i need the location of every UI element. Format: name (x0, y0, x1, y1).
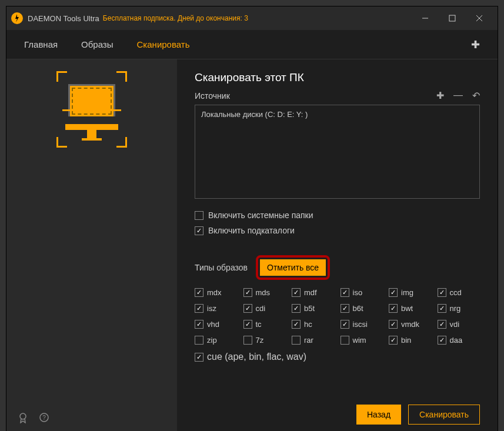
tab-scan[interactable]: Сканировать (137, 31, 190, 58)
checkbox-b5t[interactable] (292, 304, 301, 313)
type-vmdk: vmdk (389, 320, 432, 329)
type-mdx: mdx (195, 288, 238, 297)
source-row: Источник ✚ — ↶ (195, 90, 480, 101)
svg-text:?: ? (42, 415, 46, 421)
checkbox-cdi[interactable] (243, 304, 252, 313)
source-label: Источник (195, 91, 230, 101)
type-mdf: mdf (292, 288, 335, 297)
help-icon[interactable]: ? (39, 413, 49, 426)
checkbox-mdf[interactable] (292, 288, 301, 297)
app-logo-icon (11, 12, 23, 24)
checkbox-cue[interactable] (195, 353, 203, 362)
checkbox-mds[interactable] (243, 288, 252, 297)
page-title: Сканировать этот ПК (195, 71, 480, 84)
include-system-label: Включить системные папки (208, 211, 313, 220)
type-bin: bin (389, 336, 432, 345)
type-zip: zip (195, 336, 238, 345)
type-daa: daa (438, 336, 480, 345)
checkbox-bwt[interactable] (389, 304, 398, 313)
type-7z: 7z (243, 336, 286, 345)
svg-rect-1 (449, 15, 455, 21)
badge-icon[interactable] (18, 413, 28, 426)
type-ccd: ccd (438, 288, 480, 297)
checkbox-iso[interactable] (341, 288, 349, 297)
type-iscsi: iscsi (341, 320, 383, 329)
add-source-icon[interactable]: ✚ (436, 90, 444, 101)
type-hc: hc (292, 320, 335, 329)
type-img: img (389, 288, 432, 297)
checkbox-nrg[interactable] (438, 304, 446, 313)
checkbox-isz[interactable] (195, 304, 203, 313)
sidebar-footer: ? (6, 402, 177, 431)
type-cue: cue (ape, bin, flac, wav) (195, 352, 480, 362)
body: ? Сканировать этот ПК Источник ✚ — ↶ Лок… (6, 59, 498, 431)
type-cdi: cdi (243, 304, 286, 313)
checkbox-b6t[interactable] (341, 304, 349, 313)
types-grid: mdx mds mdf iso img ccd isz cdi b5t b6t … (195, 288, 480, 345)
window-controls (412, 6, 493, 30)
type-vhd: vhd (195, 320, 238, 329)
checkbox-mdx[interactable] (195, 288, 203, 297)
app-title: DAEMON Tools Ultra (28, 14, 99, 23)
tab-bar: Главная Образы Сканировать ✚ (6, 30, 498, 59)
main-panel: Сканировать этот ПК Источник ✚ — ↶ Локал… (177, 59, 498, 431)
checkbox-bin[interactable] (389, 336, 398, 345)
types-label: Типы образов (195, 263, 248, 272)
checkbox-vdi[interactable] (438, 320, 446, 329)
close-button[interactable] (466, 6, 493, 30)
scan-pc-icon (45, 71, 139, 148)
checkbox-rar[interactable] (292, 336, 301, 345)
include-subdirs-row: Включить подкаталоги (195, 226, 480, 235)
tab-images[interactable]: Образы (81, 31, 113, 58)
undo-source-icon[interactable]: ↶ (472, 90, 480, 101)
checkbox-img[interactable] (389, 288, 398, 297)
cue-label: cue (ape, bin, flac, wav) (207, 352, 306, 362)
mark-all-button[interactable]: Отметить все (260, 259, 326, 276)
footer-actions: Назад Сканировать (195, 393, 480, 425)
type-b5t: b5t (292, 304, 335, 313)
type-nrg: nrg (438, 304, 480, 313)
include-subdirs-label: Включить подкаталоги (208, 226, 295, 235)
mark-all-highlight: Отметить все (256, 255, 330, 280)
type-iso: iso (341, 288, 383, 297)
titlebar: DAEMON Tools Ultra Бесплатная подписка. … (6, 6, 498, 30)
source-item[interactable]: Локальные диски (C: D: E: Y: ) (201, 110, 473, 119)
type-rar: rar (292, 336, 335, 345)
type-tc: tc (243, 320, 286, 329)
sidebar: ? (6, 59, 177, 431)
include-system-checkbox[interactable] (195, 211, 203, 220)
back-button[interactable]: Назад (356, 405, 401, 425)
type-isz: isz (195, 304, 238, 313)
subscription-text: Бесплатная подписка. Дней до окончания: … (103, 14, 248, 22)
remove-source-icon[interactable]: — (453, 90, 463, 101)
type-mds: mds (243, 288, 286, 297)
type-b6t: b6t (341, 304, 383, 313)
tab-main[interactable]: Главная (24, 31, 58, 58)
checkbox-vhd[interactable] (195, 320, 203, 329)
minimize-button[interactable] (412, 6, 439, 30)
include-system-row: Включить системные папки (195, 211, 480, 220)
checkbox-hc[interactable] (292, 320, 301, 329)
checkbox-zip[interactable] (195, 336, 203, 345)
type-vdi: vdi (438, 320, 480, 329)
app-window: DAEMON Tools Ultra Бесплатная подписка. … (6, 6, 498, 431)
checkbox-tc[interactable] (243, 320, 252, 329)
checkbox-iscsi[interactable] (341, 320, 349, 329)
checkbox-vmdk[interactable] (389, 320, 398, 329)
checkbox-7z[interactable] (243, 336, 252, 345)
svg-point-4 (20, 413, 26, 419)
type-bwt: bwt (389, 304, 432, 313)
maximize-button[interactable] (439, 6, 466, 30)
source-actions: ✚ — ↶ (436, 90, 480, 101)
types-header: Типы образов Отметить все (195, 255, 480, 280)
include-subdirs-checkbox[interactable] (195, 226, 203, 235)
checkbox-daa[interactable] (438, 336, 446, 345)
add-tab-button[interactable]: ✚ (471, 38, 480, 51)
checkbox-wim[interactable] (341, 336, 349, 345)
source-list[interactable]: Локальные диски (C: D: E: Y: ) (195, 105, 480, 199)
checkbox-ccd[interactable] (438, 288, 446, 297)
scan-button[interactable]: Сканировать (408, 405, 480, 425)
type-wim: wim (341, 336, 383, 345)
